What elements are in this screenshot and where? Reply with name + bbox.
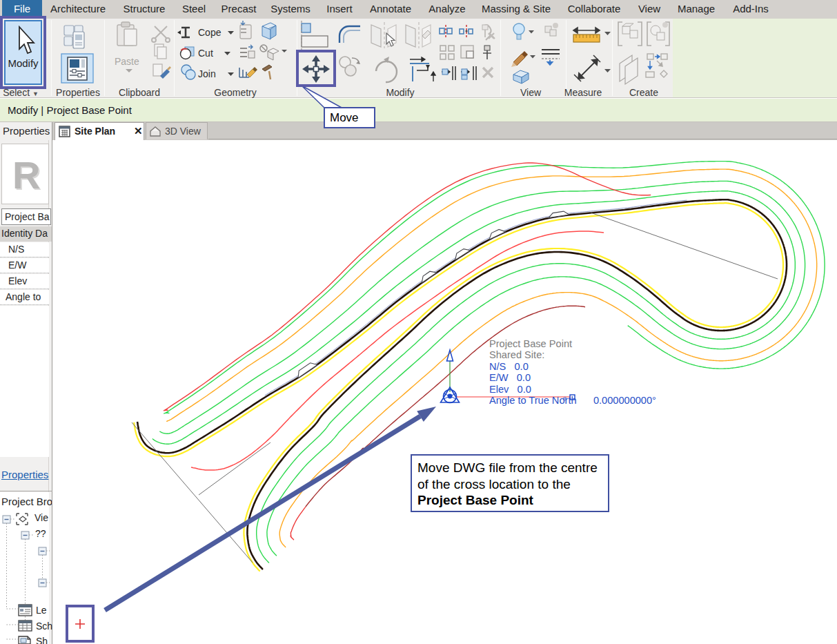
svg-text:Cut: Cut bbox=[198, 48, 213, 59]
svg-text:Cope: Cope bbox=[198, 27, 221, 38]
svg-text:Join: Join bbox=[198, 68, 216, 79]
svg-text:Paste: Paste bbox=[115, 56, 139, 67]
